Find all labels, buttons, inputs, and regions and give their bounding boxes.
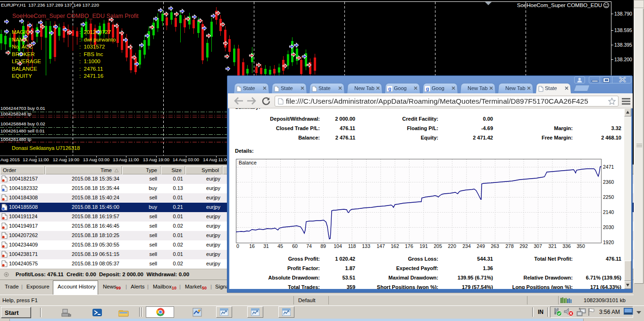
svg-text:220: 220	[448, 243, 456, 249]
svg-text:LEVERAGE: LEVERAGE	[12, 58, 41, 64]
svg-text:1004258248 tp: 1004258248 tp	[0, 111, 32, 116]
svg-text:14 Aug 03:00: 14 Aug 03:00	[173, 157, 199, 162]
svg-text:138.395: 138.395	[614, 42, 632, 48]
svg-text:2360: 2360	[603, 179, 614, 185]
svg-text:Balance: Balance	[239, 160, 257, 165]
svg-text:: 2471.16: : 2471.16	[79, 73, 103, 79]
svg-text:89: 89	[320, 243, 326, 249]
svg-text:263: 263	[491, 243, 499, 249]
svg-text:138.595: 138.595	[614, 27, 632, 33]
svg-text:74: 74	[306, 243, 312, 249]
svg-text:13 Aug 11:00: 13 Aug 11:00	[113, 157, 139, 162]
svg-text:: 2476.11: : 2476.11	[79, 66, 103, 72]
svg-text:176: 176	[405, 243, 413, 249]
svg-text:1004261480 sell 0.01: 1004261480 sell 0.01	[0, 128, 45, 133]
svg-text:EQUITY: EQUITY	[12, 73, 32, 79]
svg-text:249: 249	[477, 243, 485, 249]
svg-text:2250: 2250	[603, 194, 614, 200]
svg-text:g: g	[426, 86, 429, 91]
svg-text:BROKER: BROKER	[12, 51, 35, 57]
svg-text:191: 191	[419, 243, 428, 249]
svg-text:0: 0	[236, 243, 239, 249]
svg-text:MAGIC: MAGIC	[12, 29, 30, 35]
svg-text:104: 104	[334, 243, 342, 249]
svg-text:205: 205	[434, 243, 442, 249]
svg-text:2140: 2140	[603, 209, 614, 215]
svg-text:13 Aug 19:00: 13 Aug 19:00	[143, 157, 169, 162]
svg-text:147: 147	[376, 243, 385, 249]
svg-text:12 Aug 19:00: 12 Aug 19:00	[53, 157, 79, 162]
svg-text:292: 292	[519, 243, 528, 249]
svg-text:14 Aug 11:00: 14 Aug 11:00	[203, 157, 229, 162]
svg-text:278: 278	[505, 243, 514, 249]
svg-text:2030: 2030	[603, 224, 614, 230]
svg-text:1004244703 buy 0.01: 1004244703 buy 0.01	[0, 106, 45, 111]
svg-text:SoeHoeCom_Super COMBO_EDU: SoeHoeCom_Super COMBO_EDU	[517, 2, 602, 8]
svg-text:: FBS Inc: : FBS Inc	[79, 51, 103, 57]
svg-text:1920: 1920	[603, 239, 614, 245]
svg-text:: 1:1000: : 1:1000	[79, 58, 100, 64]
svg-text:SoeHoeCom_Super COMBO_EDU Sala: SoeHoeCom_Super COMBO_EDU Salam Profit	[12, 13, 139, 19]
svg-text:138.790: 138.790	[614, 11, 632, 16]
svg-text:: dwi purwanto: : dwi purwanto	[79, 37, 116, 42]
svg-text:Aug 2015: Aug 2015	[0, 157, 20, 162]
svg-text:307: 307	[534, 243, 542, 249]
svg-text:118: 118	[348, 243, 356, 249]
svg-text:2471: 2471	[603, 164, 614, 170]
svg-text:13 Aug 03:00: 13 Aug 03:00	[83, 157, 109, 162]
svg-text:BALANCE: BALANCE	[12, 66, 37, 72]
svg-text:g: g	[388, 86, 392, 91]
svg-text:: 201200727: : 201200727	[79, 29, 111, 35]
svg-text:133: 133	[362, 243, 370, 249]
svg-text:321: 321	[548, 243, 557, 249]
svg-text:16: 16	[249, 243, 255, 249]
svg-text:138.200: 138.200	[614, 57, 632, 62]
svg-text:1004261480 tp: 1004261480 tp	[0, 137, 32, 142]
svg-text:: 1031572: : 1031572	[79, 44, 105, 49]
svg-text:162: 162	[391, 243, 399, 249]
svg-text:1004258848 buy 0.02: 1004258848 buy 0.02	[0, 121, 45, 126]
svg-text:31: 31	[263, 243, 269, 249]
svg-text:12 Aug 11:00: 12 Aug 11:00	[23, 157, 49, 162]
svg-text:336: 336	[562, 243, 571, 249]
svg-text:60: 60	[292, 243, 298, 249]
svg-text:234: 234	[462, 243, 471, 249]
svg-text:350: 350	[577, 243, 585, 249]
svg-text:Donasi Seiklasnya U7126318: Donasi Seiklasnya U7126318	[12, 145, 80, 151]
svg-text:EURJPY,H1 137.236 137.289 137: EURJPY,H1 137.236 137.289 137.149 137.22…	[1, 2, 99, 8]
svg-text:45: 45	[277, 243, 283, 249]
